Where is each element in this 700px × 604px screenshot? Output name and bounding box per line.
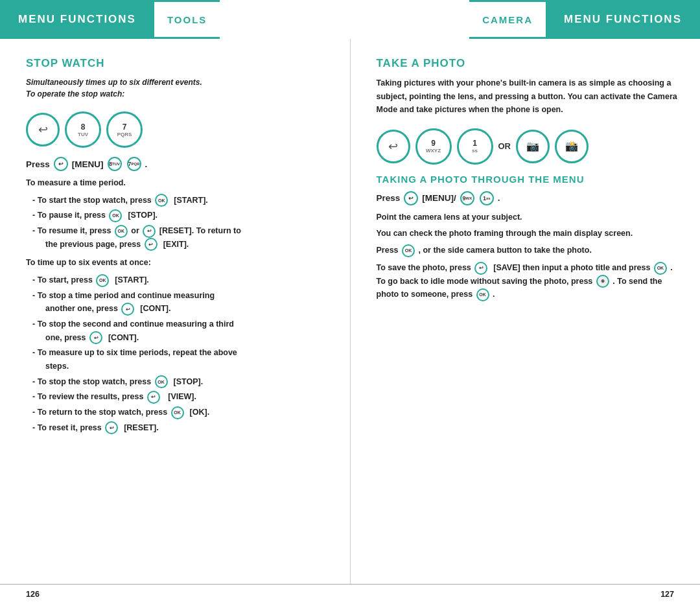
softkey-cam-inline: ↩ — [404, 191, 418, 205]
bullet-start: - To start the stop watch, press OK [STA… — [26, 194, 331, 207]
measure-time-text: To measure a time period. — [26, 176, 331, 190]
press-label: Press — [26, 159, 50, 169]
camera-button-row: ↩ 9 WXYZ 1 ss OR 📷 📸 — [377, 128, 681, 165]
page-header: MENU FUNCTIONS TOOLS CAMERA MENU FUNCTIO… — [0, 0, 700, 39]
camera-symbol2: 📸 — [565, 140, 578, 152]
ok-btn-start2: OK — [96, 274, 109, 287]
page-number-right: 127 — [350, 590, 674, 599]
num-1-button: 1 ss — [457, 128, 493, 165]
ok-btn-ok: OK — [171, 406, 184, 419]
check-framing-text: You can check the photo framing through … — [377, 227, 681, 240]
stop-watch-title: STOP WATCH — [26, 57, 331, 70]
num9-cam-inline: 9WX — [460, 191, 474, 205]
six-events-text: To time up to six events at once: — [26, 256, 331, 270]
menu-bracket-label: [MENU] — [72, 159, 104, 169]
num7-inline: 7PQR — [127, 157, 141, 171]
header-right: CAMERA MENU FUNCTIONS — [469, 0, 700, 39]
header-left: MENU FUNCTIONS TOOLS — [0, 0, 220, 39]
press-label-cam: Press — [377, 193, 401, 203]
press-period: . — [145, 159, 148, 169]
or-text: OR — [498, 141, 511, 151]
softkey-reset: ↩ — [105, 421, 118, 434]
taking-photo-menu-title: TAKING A PHOTO THROUGH THE MENU — [377, 174, 681, 185]
camera-symbol1: 📷 — [526, 140, 539, 152]
softkey-exit: ↩ — [145, 238, 158, 251]
num-9-sublabel: WXYZ — [426, 148, 441, 154]
menu-functions-right-label: MENU FUNCTIONS — [564, 13, 682, 26]
bullet-return-sw: - To return to the stop watch, press OK … — [26, 406, 331, 419]
num-1-sublabel: ss — [472, 148, 478, 154]
num1-cam-inline: 1ss — [480, 191, 494, 205]
menu-functions-left-label: MENU FUNCTIONS — [18, 13, 136, 26]
softkey-inline-icon: ↩ — [54, 157, 68, 171]
stop-watch-button-row: ↩ 8 TUV 7 PQRS — [26, 111, 331, 148]
bullet-stop-watch: - To stop the stop watch, press OK [STOP… — [26, 375, 331, 389]
softkey-icon: ↩ — [38, 122, 48, 137]
bullet-stop-cont: - To stop a time period and continue mea… — [26, 289, 331, 316]
bullet-review: - To review the results, press ↩ [VIEW]. — [26, 390, 331, 404]
press-menu-cam-line: Press ↩ [MENU]/ 9WX 1ss . — [377, 191, 681, 205]
num-1-label: 1 — [472, 139, 477, 148]
bullet-stop-cont-2: another one, press ↩ [CONT]. — [32, 302, 331, 316]
main-content: STOP WATCH Simultaneously times up to si… — [0, 39, 700, 584]
softkey-cont1: ↩ — [121, 303, 134, 316]
header-menu-functions-left: MENU FUNCTIONS — [0, 0, 154, 39]
ok-btn-photo: OK — [402, 244, 415, 257]
softkey-button-left: ↩ — [26, 113, 60, 146]
bullet-resume: - To resume it, press OK or ↩ [RESET]. T… — [26, 224, 331, 251]
intro-line-2: To operate the stop watch: — [26, 89, 124, 99]
left-column: STOP WATCH Simultaneously times up to si… — [0, 39, 351, 584]
bullet-pause: - To pause it, press OK [STOP]. — [26, 209, 331, 222]
menu-bracket-cam: [MENU]/ — [422, 193, 456, 203]
ok-btn-pause: OK — [109, 209, 122, 222]
page-footer: 126 127 — [0, 584, 700, 604]
camera-icon-btn1: 📷 — [516, 130, 550, 163]
softkey-cam: ↩ — [377, 130, 410, 163]
num-9-label: 9 — [431, 139, 436, 148]
save-photo-text: To save the photo, press ↩ [SAVE] then i… — [377, 261, 681, 301]
header-menu-functions-right: MENU FUNCTIONS — [546, 0, 700, 39]
bullet-start2: - To start, press OK [START]. — [26, 273, 331, 287]
take-photo-intro: Taking pictures with your phone's built-… — [377, 76, 681, 117]
right-column: TAKE A PHOTO Taking pictures with your p… — [351, 39, 701, 584]
bullet-stop-third: - To stop the second and continue measur… — [26, 318, 331, 344]
bullet-repeat: - To measure up to six time periods, rep… — [26, 346, 331, 373]
ok-btn-save: OK — [654, 262, 667, 275]
ok-btn-resume: OK — [115, 225, 128, 238]
num-8-button: 8 TUV — [65, 111, 101, 148]
end-btn: ⊗ — [596, 275, 609, 288]
camera-icon-btn2: 📸 — [555, 130, 589, 163]
point-camera-text: Point the camera lens at your subject. — [377, 211, 681, 224]
softkey-cam-icon: ↩ — [388, 139, 398, 154]
softkey-cont2: ↩ — [89, 331, 102, 344]
take-photo-title: TAKE A PHOTO — [377, 57, 681, 70]
page-number-left: 126 — [26, 590, 350, 599]
tools-label: TOOLS — [167, 14, 207, 25]
ok-btn-stop: OK — [155, 375, 168, 388]
softkey-resume: ↩ — [143, 225, 156, 238]
bullet-reset: - To reset it, press ↩ [RESET]. — [26, 421, 331, 435]
softkey-view: ↩ — [147, 391, 160, 404]
press-period-cam: . — [498, 193, 500, 203]
ok-btn-start: OK — [155, 194, 168, 207]
num-8-sublabel: TUV — [78, 132, 88, 137]
bullet-resume-cont: the previous page, press ↩ [EXIT]. — [32, 238, 331, 251]
bullet-stop-third-2: one, press ↩ [CONT]. — [32, 331, 331, 345]
num-7-label: 7 — [122, 122, 127, 132]
num-7-sublabel: PQRS — [117, 132, 132, 137]
stop-watch-intro: Simultaneously times up to six different… — [26, 76, 331, 100]
num-7-button: 7 PQRS — [106, 111, 143, 148]
num-9-button: 9 WXYZ — [415, 128, 452, 165]
header-tools: TOOLS — [154, 0, 220, 39]
camera-label: CAMERA — [482, 14, 533, 25]
press-ok-take-photo: Press OK , or the side camera button to … — [377, 244, 681, 257]
ok-btn-send: OK — [476, 288, 489, 301]
softkey-save: ↩ — [474, 262, 487, 275]
num8-inline: 8TUV — [108, 157, 122, 171]
num-8-label: 8 — [81, 122, 86, 132]
bullet-repeat-2: steps. — [32, 360, 331, 373]
intro-line-1: Simultaneously times up to six different… — [26, 78, 202, 87]
press-menu-line: Press ↩ [MENU] 8TUV 7PQR . — [26, 157, 331, 171]
header-camera: CAMERA — [469, 0, 546, 39]
